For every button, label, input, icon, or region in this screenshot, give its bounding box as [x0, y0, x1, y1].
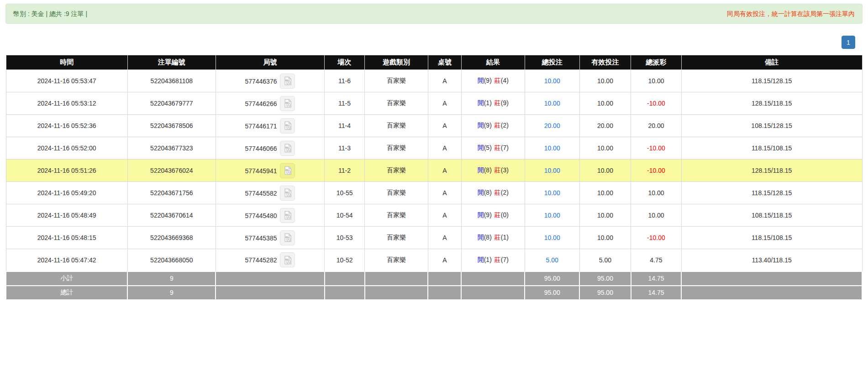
time-cell: 2024-11-16 05:53:12: [6, 92, 127, 115]
table-row: 2024-11-16 05:47:42522043668050577445282…: [6, 249, 862, 272]
banker-result-score: (3): [501, 166, 509, 174]
round-number-cell: 577446066: [216, 137, 324, 160]
round-number: 577446376: [245, 77, 277, 85]
player-result-score: (5): [484, 144, 492, 151]
session-cell: 11-6: [325, 70, 365, 92]
total-bet-link[interactable]: 10.00: [544, 234, 560, 241]
bet-number-cell: 522043676024: [127, 160, 216, 182]
player-result-score: (9): [484, 122, 492, 129]
summary-row: 小計995.0095.0014.75: [6, 272, 862, 286]
session-cell: 11-2: [325, 160, 365, 182]
session-cell: 10-55: [325, 182, 365, 204]
table-number-cell: A: [428, 70, 461, 92]
summary-empty-cell: [365, 272, 428, 286]
column-header: 注單編號: [127, 55, 216, 70]
result-cell: 閒(8)莊(3): [461, 160, 525, 182]
time-cell: 2024-11-16 05:52:36: [6, 115, 127, 137]
total-bet-link[interactable]: 10.00: [544, 144, 560, 152]
video-file-icon[interactable]: [280, 186, 295, 201]
table-number-cell: A: [428, 92, 461, 115]
video-file-icon[interactable]: [280, 74, 295, 89]
round-number: 577445385: [245, 234, 277, 241]
time-cell: 2024-11-16 05:48:49: [6, 204, 127, 227]
bet-number-cell: 522043670614: [127, 204, 216, 227]
table-row: 2024-11-16 05:51:26522043676024577445941…: [6, 160, 862, 182]
table-row: 2024-11-16 05:53:47522043681108577446376…: [6, 70, 862, 92]
total-bet-link[interactable]: 10.00: [544, 167, 560, 174]
bet-history-table: 時間注單編號局號場次遊戲類別桌號結果總投注有效投注總派彩備註 2024-11-1…: [5, 55, 863, 300]
payout-cell: -10.00: [631, 92, 682, 115]
total-bet-link[interactable]: 10.00: [544, 189, 560, 197]
video-file-icon[interactable]: [280, 141, 295, 156]
result-cell: 閒(8)莊(2): [461, 182, 525, 204]
time-cell: 2024-11-16 05:49:20: [6, 182, 127, 204]
summary-empty-cell: [681, 272, 862, 286]
table-row: 2024-11-16 05:52:00522043677323577446066…: [6, 137, 862, 160]
session-cell: 11-5: [325, 92, 365, 115]
time-cell: 2024-11-16 05:51:26: [6, 160, 127, 182]
valid-bet-cell: 10.00: [579, 182, 631, 204]
player-result-score: (8): [484, 234, 492, 241]
column-header: 局號: [216, 55, 324, 70]
pagination-page-1-button[interactable]: 1: [842, 36, 855, 49]
player-result-label: 閒: [478, 234, 484, 241]
result-cell: 閒(1)莊(7): [461, 249, 525, 272]
session-cell: 11-4: [325, 115, 365, 137]
time-cell: 2024-11-16 05:53:47: [6, 70, 127, 92]
result-cell: 閒(1)莊(9): [461, 92, 525, 115]
bet-number-cell: 522043668050: [127, 249, 216, 272]
total-bet-link[interactable]: 10.00: [544, 100, 560, 107]
payout-cell: 10.00: [631, 70, 682, 92]
total-bet-link[interactable]: 20.00: [544, 122, 560, 129]
valid-bet-cell: 10.00: [579, 92, 631, 115]
round-number-cell: 577445582: [216, 182, 324, 204]
round-number: 577446171: [245, 122, 277, 129]
video-file-icon[interactable]: [280, 208, 295, 223]
total-bet-cell: 10.00: [525, 204, 579, 227]
table-number-cell: A: [428, 160, 461, 182]
total-bet-cell: 5.00: [525, 249, 579, 272]
table-number-cell: A: [428, 249, 461, 272]
summary-empty-cell: [461, 272, 525, 286]
table-header-row: 時間注單編號局號場次遊戲類別桌號結果總投注有效投注總派彩備註: [6, 55, 862, 70]
summary-total-bet-cell: 95.00: [525, 272, 579, 286]
video-file-icon[interactable]: [280, 252, 295, 267]
video-file-icon[interactable]: [280, 118, 295, 133]
summary-empty-cell: [325, 272, 365, 286]
banker-result-label: 莊: [494, 211, 501, 218]
video-file-icon[interactable]: [280, 96, 295, 111]
video-file-icon[interactable]: [280, 163, 295, 178]
total-bet-cell: 10.00: [525, 182, 579, 204]
remark-cell: 108.15/128.15: [681, 115, 862, 137]
summary-valid-bet-cell: 95.00: [579, 286, 631, 300]
result-cell: 閒(8)莊(1): [461, 227, 525, 249]
time-cell: 2024-11-16 05:47:42: [6, 249, 127, 272]
total-bet-cell: 10.00: [525, 227, 579, 249]
banker-result-label: 莊: [494, 234, 501, 241]
result-cell: 閒(9)莊(4): [461, 70, 525, 92]
total-bet-link[interactable]: 5.00: [546, 256, 558, 264]
valid-bet-cell: 10.00: [579, 70, 631, 92]
round-number: 577445480: [245, 212, 277, 219]
round-number-cell: 577445385: [216, 227, 324, 249]
payout-cell: -10.00: [631, 160, 682, 182]
player-result-label: 閒: [478, 256, 484, 263]
round-number-cell: 577446171: [216, 115, 324, 137]
video-file-icon[interactable]: [280, 230, 295, 245]
summary-empty-cell: [216, 286, 324, 300]
total-bet-cell: 20.00: [525, 115, 579, 137]
total-bet-cell: 10.00: [525, 70, 579, 92]
total-bet-link[interactable]: 10.00: [544, 77, 560, 85]
player-result-score: (1): [484, 256, 492, 263]
column-header: 場次: [325, 55, 365, 70]
table-row: 2024-11-16 05:48:49522043670614577445480…: [6, 204, 862, 227]
table-number-cell: A: [428, 182, 461, 204]
round-number: 577446066: [245, 144, 277, 152]
game-type-cell: 百家樂: [365, 249, 428, 272]
payout-cell: 4.75: [631, 249, 682, 272]
banker-result-score: (1): [501, 234, 509, 241]
banker-result-label: 莊: [494, 256, 501, 263]
game-type-cell: 百家樂: [365, 182, 428, 204]
total-bet-link[interactable]: 10.00: [544, 212, 560, 219]
payout-cell: -10.00: [631, 137, 682, 160]
